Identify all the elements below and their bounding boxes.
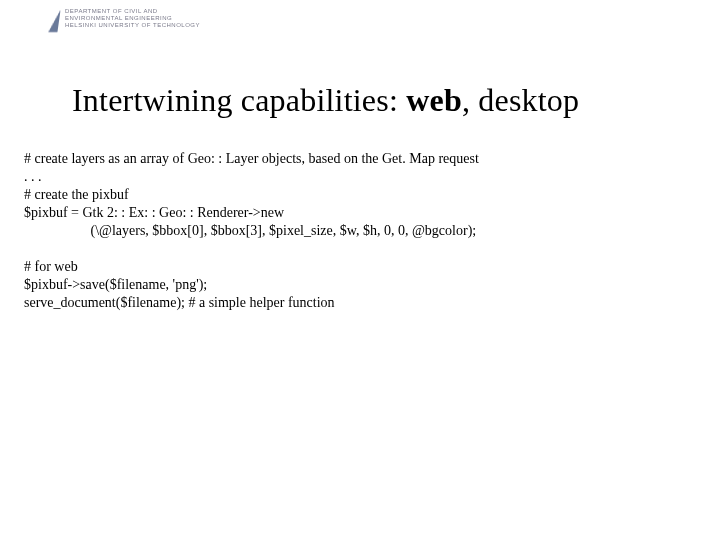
org-line-2: ENVIRONMENTAL ENGINEERING (65, 15, 200, 22)
code-line-9: serve_document($filename); # a simple he… (24, 295, 335, 310)
code-line-4: $pixbuf = Gtk 2: : Ex: : Geo: : Renderer… (24, 205, 284, 220)
org-line-1: DEPARTMENT OF CIVIL AND (65, 8, 200, 15)
code-line-8: $pixbuf->save($filename, 'png'); (24, 277, 207, 292)
title-part-2: , desktop (462, 82, 579, 118)
header-logo-area: DEPARTMENT OF CIVIL AND ENVIRONMENTAL EN… (50, 8, 200, 32)
org-line-3: HELSINKI UNIVERSITY OF TECHNOLOGY (65, 22, 200, 29)
title-part-1: Intertwining capabilities: (72, 82, 406, 118)
title-bold: web (406, 82, 462, 118)
slide-title: Intertwining capabilities: web, desktop (72, 82, 579, 119)
code-block: # create layers as an array of Geo: : La… (24, 150, 479, 312)
logo-icon (48, 10, 60, 32)
logo-text-block: DEPARTMENT OF CIVIL AND ENVIRONMENTAL EN… (65, 8, 200, 29)
code-line-5: (\@layers, $bbox[0], $bbox[3], $pixel_si… (24, 223, 476, 238)
code-line-3: # create the pixbuf (24, 187, 129, 202)
code-line-2: . . . (24, 169, 42, 184)
slide-container: DEPARTMENT OF CIVIL AND ENVIRONMENTAL EN… (0, 0, 720, 540)
code-line-7: # for web (24, 259, 78, 274)
code-line-1: # create layers as an array of Geo: : La… (24, 151, 479, 166)
